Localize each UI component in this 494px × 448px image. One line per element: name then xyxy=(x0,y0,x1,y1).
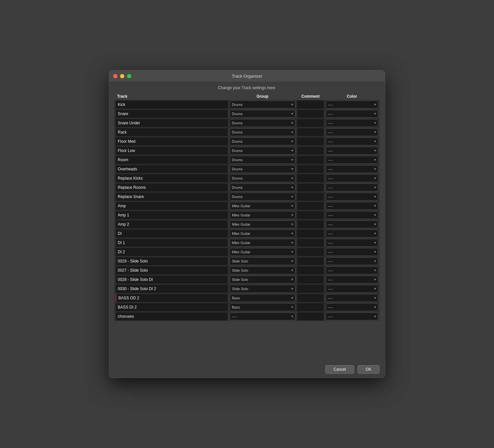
color-select[interactable]: ---- xyxy=(326,119,378,127)
color-select[interactable]: ---- xyxy=(326,266,378,274)
color-select[interactable]: ---- xyxy=(326,312,378,320)
color-select[interactable]: ---- xyxy=(326,294,378,302)
group-select[interactable]: ----DrumsMike GuitarSlide SoloBass xyxy=(230,193,295,201)
group-select[interactable]: ----DrumsMike GuitarSlide SoloBass xyxy=(230,174,295,182)
table-row: Snare----DrumsMike GuitarSlide SoloBass▼… xyxy=(114,109,380,118)
group-select[interactable]: ----DrumsMike GuitarSlide SoloBass xyxy=(230,230,295,237)
table-row: Amp 2----DrumsMike GuitarSlide SoloBass▼… xyxy=(114,220,380,229)
comment-field[interactable] xyxy=(297,165,324,173)
group-select[interactable]: ----DrumsMike GuitarSlide SoloBass xyxy=(230,137,295,145)
color-select[interactable]: ---- xyxy=(326,276,378,284)
track-name: Overheads xyxy=(116,165,228,173)
comment-field[interactable] xyxy=(297,202,324,210)
color-select[interactable]: ---- xyxy=(326,285,378,293)
comment-field[interactable] xyxy=(297,119,324,127)
group-select[interactable]: ----DrumsMike GuitarSlide SoloBass xyxy=(230,156,295,164)
comment-field[interactable] xyxy=(297,147,324,155)
track-name: Snare Under xyxy=(116,119,228,127)
cancel-button[interactable]: Cancel xyxy=(325,365,354,374)
track-list[interactable]: Kick----DrumsMike GuitarSlide SoloBass▼-… xyxy=(114,100,380,357)
table-row: BASS OD 2----DrumsMike GuitarSlide SoloB… xyxy=(114,293,380,303)
comment-field[interactable] xyxy=(297,248,324,256)
minimize-button[interactable] xyxy=(120,74,124,78)
maximize-button[interactable] xyxy=(127,74,131,78)
group-select[interactable]: ----DrumsMike GuitarSlide SoloBass xyxy=(230,266,295,274)
ok-button[interactable]: OK xyxy=(358,365,380,374)
group-select[interactable]: ----DrumsMike GuitarSlide SoloBass xyxy=(230,248,295,256)
group-select[interactable]: ----DrumsMike GuitarSlide SoloBass xyxy=(230,239,295,247)
track-name: Amp 2 xyxy=(116,220,228,228)
comment-field[interactable] xyxy=(297,137,324,145)
group-select[interactable]: ----DrumsMike GuitarSlide SoloBass xyxy=(230,202,295,210)
comment-field[interactable] xyxy=(297,294,324,302)
color-select[interactable]: ---- xyxy=(326,184,378,191)
color-select[interactable]: ---- xyxy=(326,174,378,182)
color-select[interactable]: ---- xyxy=(326,193,378,201)
window-controls[interactable] xyxy=(113,74,131,78)
track-name: Room xyxy=(116,156,228,164)
group-select[interactable]: ----DrumsMike GuitarSlide SoloBass xyxy=(230,294,295,302)
comment-field[interactable] xyxy=(297,303,324,311)
track-name: Floor Med xyxy=(116,137,228,145)
track-name: 0029 - Slide Solo xyxy=(116,257,228,265)
group-select[interactable]: ----DrumsMike GuitarSlide SoloBass xyxy=(230,119,295,127)
color-select[interactable]: ---- xyxy=(326,202,378,210)
track-name: 0027 - Slide Solo xyxy=(116,266,228,274)
group-select[interactable]: ----DrumsMike GuitarSlide SoloBass xyxy=(230,285,295,293)
group-select[interactable]: ----DrumsMike GuitarSlide SoloBass xyxy=(230,165,295,173)
group-select[interactable]: ----DrumsMike GuitarSlide SoloBass xyxy=(230,101,295,109)
group-select[interactable]: ----DrumsMike GuitarSlide SoloBass xyxy=(230,257,295,265)
table-row: Kick----DrumsMike GuitarSlide SoloBass▼-… xyxy=(114,100,380,109)
comment-field[interactable] xyxy=(297,220,324,228)
comment-field[interactable] xyxy=(297,128,324,136)
group-select[interactable]: ----DrumsMike GuitarSlide SoloBass xyxy=(230,220,295,228)
table-row: 0027 - Slide Solo----DrumsMike GuitarSli… xyxy=(114,266,380,275)
table-row: DI 1----DrumsMike GuitarSlide SoloBass▼-… xyxy=(114,238,380,247)
color-select[interactable]: ---- xyxy=(326,303,378,311)
comment-field[interactable] xyxy=(297,230,324,237)
comment-field[interactable] xyxy=(297,239,324,247)
comment-field[interactable] xyxy=(297,211,324,219)
track-name: DI 2 xyxy=(116,248,228,256)
close-button[interactable] xyxy=(113,74,117,78)
comment-field[interactable] xyxy=(297,156,324,164)
group-select[interactable]: ----DrumsMike GuitarSlide SoloBass xyxy=(230,276,295,284)
comment-field[interactable] xyxy=(297,285,324,293)
track-name: 0028 - Slide Solo DI xyxy=(116,276,228,284)
color-select[interactable]: ---- xyxy=(326,128,378,136)
color-select[interactable]: ---- xyxy=(326,165,378,173)
table-row: Floor Med----DrumsMike GuitarSlide SoloB… xyxy=(114,137,380,146)
group-select[interactable]: ----DrumsMike GuitarSlide SoloBass xyxy=(230,211,295,219)
track-name: DI xyxy=(116,230,228,237)
table-row: Replace Kicks----DrumsMike GuitarSlide S… xyxy=(114,174,380,183)
group-select[interactable]: ----DrumsMike GuitarSlide SoloBass xyxy=(230,184,295,191)
color-select[interactable]: ---- xyxy=(326,101,378,109)
comment-field[interactable] xyxy=(297,276,324,284)
color-select[interactable]: ---- xyxy=(326,257,378,265)
header-track: Track xyxy=(116,94,228,99)
comment-field[interactable] xyxy=(297,312,324,320)
track-name: Amp xyxy=(116,202,228,210)
comment-field[interactable] xyxy=(297,266,324,274)
color-select[interactable]: ---- xyxy=(326,248,378,256)
color-select[interactable]: ---- xyxy=(326,156,378,164)
comment-field[interactable] xyxy=(297,101,324,109)
comment-field[interactable] xyxy=(297,174,324,182)
color-select[interactable]: ---- xyxy=(326,230,378,237)
color-select[interactable]: ---- xyxy=(326,239,378,247)
track-name: Amp 1 xyxy=(116,211,228,219)
comment-field[interactable] xyxy=(297,184,324,191)
group-select[interactable]: ----DrumsMike GuitarSlide SoloBass xyxy=(230,110,295,118)
comment-field[interactable] xyxy=(297,110,324,118)
group-select[interactable]: ----DrumsMike GuitarSlide SoloBass xyxy=(230,312,295,320)
group-select[interactable]: ----DrumsMike GuitarSlide SoloBass xyxy=(230,128,295,136)
group-select[interactable]: ----DrumsMike GuitarSlide SoloBass xyxy=(230,147,295,155)
color-select[interactable]: ---- xyxy=(326,147,378,155)
group-select[interactable]: ----DrumsMike GuitarSlide SoloBass xyxy=(230,303,295,311)
color-select[interactable]: ---- xyxy=(326,220,378,228)
color-select[interactable]: ---- xyxy=(326,110,378,118)
color-select[interactable]: ---- xyxy=(326,137,378,145)
comment-field[interactable] xyxy=(297,257,324,265)
color-select[interactable]: ---- xyxy=(326,211,378,219)
comment-field[interactable] xyxy=(297,193,324,201)
